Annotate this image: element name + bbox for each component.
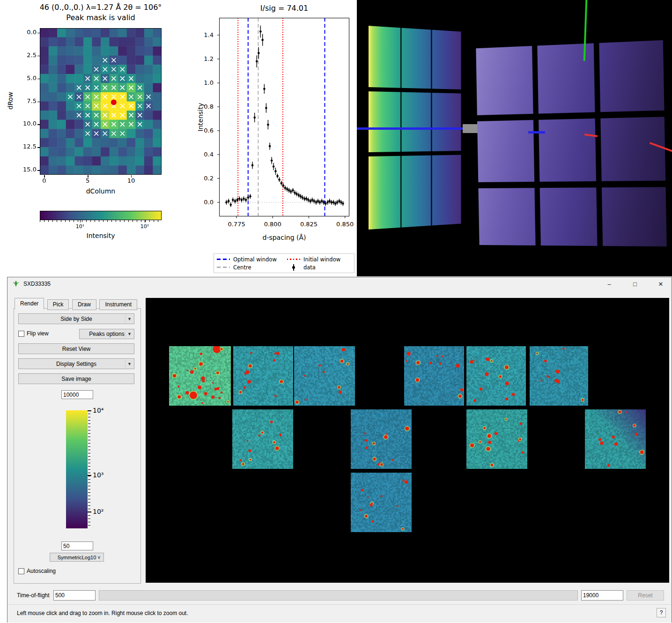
display-settings-combobox[interactable]: Display Settings▼ — [18, 358, 134, 369]
scale-type-combobox[interactable]: SymmetricLog10∨ — [50, 553, 104, 562]
x-tick-label: 5 — [81, 177, 95, 184]
x-tick-label: 0.825 — [299, 221, 319, 228]
y-tick-label: 1.2 — [196, 55, 214, 62]
legend-line-sample — [217, 259, 230, 260]
legend-label: data — [303, 264, 316, 271]
y-tick-label: 0.4 — [196, 151, 214, 158]
detector-bank-right-3d — [476, 40, 666, 247]
y-tick-label: 0.0 — [18, 29, 37, 36]
beam-line-z-far — [528, 131, 545, 134]
tof-max-input[interactable] — [581, 590, 623, 601]
x-tick-label: 0 — [37, 177, 51, 184]
detector-panel-1[interactable] — [169, 346, 231, 406]
tof-label: Time-of-flight — [17, 592, 50, 599]
app-icon — [12, 280, 20, 289]
legend-item: Optimal window — [217, 256, 287, 263]
status-text: Left mouse click and drag to zoom in. Ri… — [17, 610, 188, 616]
tick-mark — [37, 56, 40, 56]
detector-panel-11[interactable] — [351, 473, 412, 532]
tab-render[interactable]: Render — [15, 298, 44, 310]
detector-panel-2[interactable] — [233, 346, 293, 406]
legend-label: Optimal window — [233, 256, 277, 263]
detector-panel-7[interactable] — [232, 409, 293, 469]
y-tick-label: 1.4 — [196, 31, 214, 38]
legend-item: data — [287, 264, 353, 271]
y-tick-label: 5.0 — [18, 74, 37, 82]
tick-mark — [37, 147, 40, 148]
maximize-button[interactable]: □ — [624, 277, 646, 290]
chevron-down-icon: ▼ — [125, 330, 133, 338]
peak-colorbar — [40, 211, 162, 220]
save-image-button[interactable]: Save image — [18, 373, 134, 384]
flip-view-checkbox[interactable] — [18, 331, 24, 337]
tick-mark — [44, 175, 44, 178]
reset-view-button[interactable]: Reset View — [18, 343, 134, 354]
peak-heatmap-canvas — [40, 28, 162, 175]
autoscaling-label: Autoscaling — [27, 568, 56, 574]
colorbar-tick-1e3: 10³ — [93, 471, 103, 479]
tof-slider[interactable] — [99, 590, 578, 601]
tick-mark — [88, 175, 88, 178]
tick-mark — [37, 170, 40, 171]
status-bar: Left mouse click and drag to zoom in. Ri… — [7, 604, 672, 623]
detector-panel-6[interactable] — [530, 346, 588, 406]
x-tick-label: 0.775 — [226, 221, 247, 228]
autoscaling-checkbox[interactable] — [18, 568, 24, 574]
legend-label: Centre — [233, 264, 251, 271]
profile-legend: Optimal windowInitial windowCentredata — [214, 253, 354, 273]
instrument-colorbar[interactable] — [66, 410, 88, 528]
tick-mark — [37, 33, 40, 33]
peak-figure-title: 46 (0.,0.,0.) λ=1.27 Å 2θ = 106° — [14, 3, 187, 12]
detector-panel-5[interactable] — [466, 346, 526, 406]
scale-max-input[interactable] — [61, 390, 93, 399]
tab-draw[interactable]: Draw — [72, 299, 96, 310]
tab-pick[interactable]: Pick — [47, 299, 69, 310]
detector-panel-3[interactable] — [294, 346, 355, 406]
instrument-render-view[interactable] — [146, 298, 669, 583]
minimize-button[interactable]: – — [598, 277, 620, 290]
detector-panel-8[interactable] — [351, 409, 412, 469]
figures-area: 46 (0.,0.,0.) λ=1.27 Å 2θ = 106° Peak ma… — [0, 0, 672, 276]
tick-mark — [88, 512, 91, 512]
tab-instrument[interactable]: Instrument — [99, 299, 137, 310]
tick-mark — [80, 220, 81, 222]
flip-view-label: Flip view — [27, 330, 49, 337]
tick-mark — [37, 124, 40, 125]
screen: 46 (0.,0.,0.) λ=1.27 Å 2θ = 106° Peak ma… — [0, 0, 672, 623]
scale-min-input[interactable] — [61, 541, 93, 550]
x-tick-label: 10 — [124, 177, 138, 184]
peak-colorbar-ticks — [40, 220, 162, 222]
legend-item: Initial window — [287, 256, 353, 263]
chevron-down-icon: ▼ — [125, 359, 133, 368]
peak-xlabel: dColumn — [40, 187, 162, 195]
detector-panel-10[interactable] — [585, 409, 646, 469]
tick-mark — [131, 175, 132, 178]
tick-mark — [88, 475, 91, 476]
beam-line-z — [357, 127, 464, 130]
x-tick-label: 0.800 — [262, 221, 283, 228]
detector-panel-4[interactable] — [404, 346, 464, 406]
titlebar[interactable]: SXD33335 – □ ✕ — [7, 277, 672, 291]
detector-panel-9[interactable] — [466, 409, 527, 469]
layout-combobox[interactable]: Side by Side▼ — [18, 313, 134, 324]
y-tick-label: 0.6 — [196, 127, 214, 134]
profile-xlabel: d-spacing (Å) — [216, 234, 352, 241]
peak-figure-subtitle: Peak mask is valid — [14, 13, 187, 22]
help-button[interactable]: ? — [657, 608, 666, 617]
colorbar-tick-1e4: 10⁴ — [93, 407, 103, 414]
y-tick-label: 0.8 — [196, 103, 214, 110]
peak-colorbar-tick-1: 10¹ — [71, 223, 89, 230]
tof-min-input[interactable] — [53, 590, 96, 601]
y-tick-label: 0.0 — [196, 199, 214, 206]
tick-mark — [37, 102, 40, 102]
tof-reset-button[interactable]: Reset — [627, 590, 664, 601]
sxd-window: SXD33335 – □ ✕ Render Pick Draw Instrume… — [7, 277, 672, 623]
y-tick-label: 15.0 — [18, 166, 37, 173]
tick-mark — [145, 220, 145, 222]
peaks-options-combobox[interactable]: Peaks options▼ — [79, 329, 134, 339]
peak-ylabel: dRow — [7, 92, 14, 110]
profile-canvas — [216, 15, 352, 219]
close-button[interactable]: ✕ — [650, 277, 672, 290]
3d-detector-view[interactable] — [357, 0, 672, 276]
y-tick-label: 7.5 — [18, 97, 37, 104]
